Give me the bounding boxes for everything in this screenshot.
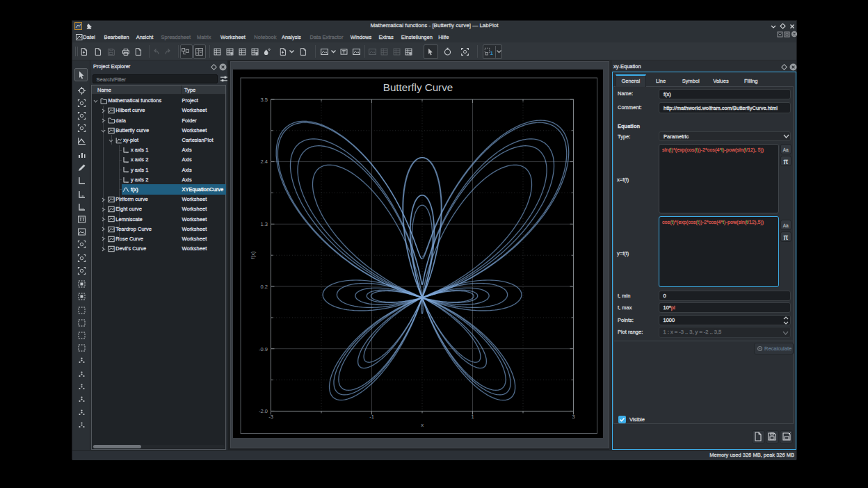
svg-text:-1: -1 [369,414,374,420]
svg-text:f(x): f(x) [250,251,256,259]
svg-text:3: 3 [572,414,574,420]
svg-text:-0.9: -0.9 [259,345,268,352]
svg-text:Butterfly Curve: Butterfly Curve [383,81,453,93]
svg-text:3.5: 3.5 [261,96,268,102]
svg-text:1: 1 [471,414,474,420]
svg-text:0.2: 0.2 [261,283,268,289]
svg-text:-2.0: -2.0 [259,408,268,414]
svg-text:2.4: 2.4 [261,158,268,165]
svg-text:1.3: 1.3 [261,221,268,227]
svg-text:x: x [421,421,424,428]
svg-text:-3: -3 [268,414,273,420]
